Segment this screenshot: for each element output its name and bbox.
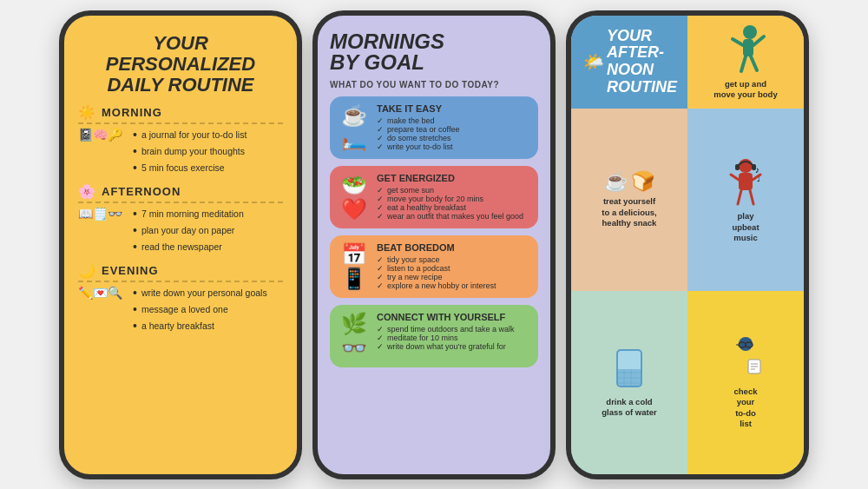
phone-mornings-by-goal: MORNINGS BY GOAL WHAT DO YOU WANT TO DO … xyxy=(312,10,556,479)
card-boredom-icon: 📅📱 xyxy=(339,242,370,291)
card-boredom-list: tidy your space listen to a podcast try … xyxy=(377,255,496,290)
morning-list: a journal for your to-do list brain dump… xyxy=(128,128,247,175)
svg-rect-7 xyxy=(739,173,753,190)
evening-list: write down your personal goals message a… xyxy=(128,286,267,333)
cell-water: drink a cold glass of water xyxy=(571,291,687,473)
evening-icon: 🌙 xyxy=(78,262,96,279)
svg-line-31 xyxy=(738,370,741,382)
phone3-title-block: 🌤️ YOUR AFTER- NOON ROUTINE xyxy=(571,16,687,109)
phone1-title: YOUR PERSONALIZED DAILY ROUTINE xyxy=(78,33,283,96)
svg-text:♩: ♩ xyxy=(757,175,760,183)
card-energized-icon: 🥗❤️ xyxy=(339,173,370,221)
card-energized-title: GET ENERGIZED xyxy=(377,173,523,183)
card-energized-list: get some sun move your body for 20 mins … xyxy=(377,186,523,221)
svg-line-29 xyxy=(731,354,739,358)
goal-card-boredom: 📅📱 BEAT BOREDOM tidy your space listen t… xyxy=(330,235,538,298)
afternoon-icons: 📖🗒️👓 xyxy=(78,207,122,221)
phone-daily-routine: YOUR PERSONALIZED DAILY ROUTINE ☀️ MORNI… xyxy=(59,10,302,479)
section-afternoon: 🌸 AFTERNOON xyxy=(78,183,283,200)
card-connect-list: spend time outdoors and take a walk medi… xyxy=(377,325,515,351)
svg-text:♪: ♪ xyxy=(755,165,760,175)
svg-line-10 xyxy=(738,190,741,204)
section-evening: 🌙 EVENING xyxy=(78,262,283,279)
cell-checklist: check your to-do list xyxy=(687,291,804,473)
afternoon-icon: 🌸 xyxy=(78,183,96,200)
cell-checklist-label: check your to-do list xyxy=(734,387,758,429)
cell-move-label: get up and move your body xyxy=(713,79,777,101)
morning-icons: 📓🧠🔑 xyxy=(78,128,122,142)
goal-card-easy: ☕🛏️ TAKE IT EASY make the bed prepare te… xyxy=(330,96,538,159)
phone2-subtitle: WHAT DO YOU WANT TO DO TODAY? xyxy=(330,80,538,89)
svg-point-0 xyxy=(743,25,757,39)
phone2-title: MORNINGS BY GOAL xyxy=(330,31,538,73)
cell-snack-label: treat yourself to a delicious, healthy s… xyxy=(602,196,656,228)
svg-rect-12 xyxy=(735,164,740,170)
svg-line-11 xyxy=(750,190,753,204)
phone-afternoon-routine: 🌤️ YOUR AFTER- NOON ROUTINE get up and m… xyxy=(566,10,809,479)
evening-icons: ✏️💌🔍 xyxy=(78,286,122,300)
goal-card-connect: 🌿👓 CONNECT WITH YOURSELF spend time outd… xyxy=(330,305,538,367)
card-easy-icon: ☕🛏️ xyxy=(339,103,370,152)
cell-music-label: play upbeat music xyxy=(732,211,759,243)
afternoon-list: 7 min morning meditation plan your day o… xyxy=(128,207,244,254)
goal-card-energized: 🥗❤️ GET ENERGIZED get some sun move your… xyxy=(330,166,538,228)
morning-icon: ☀️ xyxy=(78,104,96,121)
cell-water-label: drink a cold glass of water xyxy=(602,397,656,419)
move-person-illustration xyxy=(724,23,767,76)
card-easy-title: TAKE IT EASY xyxy=(377,103,459,114)
svg-line-3 xyxy=(753,36,764,45)
svg-line-2 xyxy=(733,39,743,45)
section-morning: ☀️ MORNING xyxy=(78,104,283,121)
card-easy-list: make the bed prepare tea or coffee do so… xyxy=(377,116,459,151)
cell-snack: ☕🍞 treat yourself to a delicious, health… xyxy=(571,109,687,291)
svg-line-8 xyxy=(731,175,739,180)
checklist-person-illustration xyxy=(724,335,767,383)
svg-rect-1 xyxy=(743,39,753,56)
card-connect-icon: 🌿👓 xyxy=(339,312,370,360)
cell-music: ♪ ♩ play upbeat music xyxy=(687,109,804,291)
water-glass-illustration xyxy=(610,347,648,393)
phone3-title: 🌤️ YOUR AFTER- NOON ROUTINE xyxy=(582,28,677,96)
cell-move-body: get up and move your body xyxy=(687,16,804,109)
music-person-illustration: ♪ ♩ xyxy=(724,155,767,208)
card-boredom-title: BEAT BOREDOM xyxy=(377,242,496,253)
svg-line-5 xyxy=(751,56,757,70)
svg-line-30 xyxy=(754,354,762,358)
svg-line-4 xyxy=(741,56,746,71)
snack-icons: ☕🍞 xyxy=(604,170,654,193)
card-connect-title: CONNECT WITH YOURSELF xyxy=(377,312,515,322)
